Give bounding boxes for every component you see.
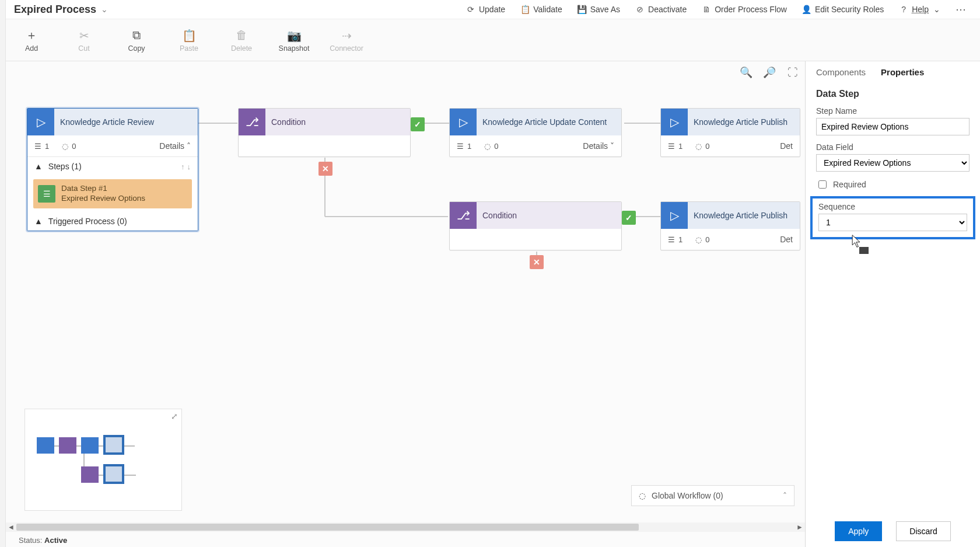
stage-update-content[interactable]: ▷ Knowledge Article Update Content ☰ 1 ◌… — [449, 108, 622, 157]
stage-icon: ▷ — [450, 109, 477, 135]
label: Copy — [128, 44, 145, 53]
condition-1[interactable]: ⎇ Condition — [238, 108, 411, 157]
move-down-icon[interactable]: ↓ — [187, 162, 191, 171]
cursor-shadow — [859, 247, 869, 254]
scroll-right-arrow[interactable]: ► — [794, 523, 805, 531]
paste-button[interactable]: 📋Paste — [172, 28, 206, 53]
condition-icon: ⎇ — [450, 202, 477, 229]
label: Order Process Flow — [715, 5, 787, 14]
sequence-label: Sequence — [818, 202, 967, 211]
help-icon: ? — [899, 5, 908, 14]
tab-components[interactable]: Components — [816, 67, 866, 79]
chevron-down-icon: ⌄ — [932, 5, 942, 14]
condition-2[interactable]: ⎇ Condition — [449, 201, 622, 250]
connector-button[interactable]: ⇢Connector — [329, 28, 364, 53]
sequence-highlight: Sequence 1 — [810, 196, 975, 239]
global-workflow-label: Global Workflow (0) — [652, 491, 723, 500]
data-step-title: Data Step #1 — [61, 184, 145, 194]
condition-icon: ⎇ — [239, 109, 265, 135]
pass-marker: ✓ — [622, 211, 636, 225]
order-flow-button[interactable]: 🗎Order Process Flow — [696, 2, 793, 16]
global-workflow-bar[interactable]: ◌ Global Workflow (0) ˄ — [631, 485, 794, 506]
clipboard-icon: 📋 — [520, 5, 530, 14]
update-button[interactable]: ⟳Update — [460, 2, 511, 16]
details-toggle[interactable]: Details ˄ — [159, 141, 191, 151]
tab-properties[interactable]: Properties — [881, 67, 924, 79]
minimap[interactable]: ⤢ — [24, 409, 182, 511]
details-toggle[interactable]: Det — [780, 235, 793, 244]
panel-section-title: Data Step — [816, 89, 970, 99]
page-title[interactable]: Expired Process — [14, 4, 96, 16]
delete-button[interactable]: 🗑Delete — [224, 28, 259, 53]
move-up-icon[interactable]: ↑ — [181, 162, 185, 171]
label: Cut — [78, 44, 89, 53]
details-toggle[interactable]: Details ˅ — [583, 141, 614, 151]
steps-count: ☰ 1 — [668, 142, 682, 151]
help-button[interactable]: ?Help⌄ — [893, 2, 947, 16]
triangle-icon: ▲ — [34, 162, 43, 171]
horizontal-scrollbar[interactable]: ◄ ► — [6, 522, 805, 532]
chevron-up-icon: ˄ — [783, 491, 787, 500]
scroll-thumb[interactable] — [16, 524, 639, 531]
expand-icon[interactable]: ⤢ — [171, 412, 178, 421]
label: Delete — [231, 44, 252, 53]
label: Help — [912, 5, 929, 14]
deactivate-icon: ⊘ — [635, 5, 645, 14]
apply-button[interactable]: Apply — [835, 521, 882, 541]
stage-publish-2[interactable]: ▷ Knowledge Article Publish ☰ 1 ◌ 0 Det — [660, 201, 800, 250]
save-as-button[interactable]: 💾Save As — [572, 2, 626, 16]
step-name-input[interactable] — [816, 118, 970, 135]
label: Validate — [533, 5, 562, 14]
label: Add — [25, 44, 38, 53]
validate-button[interactable]: 📋Validate — [514, 2, 568, 16]
document-icon: 🗎 — [702, 5, 711, 14]
stage-review[interactable]: ▷ Knowledge Article Review ☰ 1 ◌ 0 Detai… — [27, 108, 198, 231]
steps-count: ☰ 1 — [34, 142, 49, 151]
refresh-icon: ⟳ — [466, 5, 475, 14]
fail-marker: ✕ — [530, 255, 544, 269]
cut-icon: ✂ — [79, 28, 89, 43]
edit-security-button[interactable]: 👤Edit Security Roles — [796, 2, 890, 16]
pending-count: ◌ 0 — [695, 142, 709, 151]
details-toggle[interactable]: Det — [780, 141, 793, 151]
status-label: Status: — [19, 536, 42, 545]
label: Edit Security Roles — [815, 5, 884, 14]
plus-icon: ＋ — [26, 28, 37, 43]
copy-button[interactable]: ⧉Copy — [119, 28, 154, 53]
properties-panel: Components Properties Data Step Step Nam… — [805, 61, 980, 547]
steps-header[interactable]: ▲ Steps (1) ↑↓ — [27, 157, 198, 176]
pending-count: ◌ 0 — [62, 142, 76, 151]
triangle-icon: ▲ — [34, 217, 43, 226]
required-label: Required — [833, 180, 866, 189]
scroll-left-arrow[interactable]: ◄ — [6, 523, 16, 531]
paste-icon: 📋 — [182, 28, 197, 43]
add-button[interactable]: ＋Add — [14, 28, 49, 53]
cut-button[interactable]: ✂Cut — [66, 28, 102, 53]
stage-publish-1[interactable]: ▷ Knowledge Article Publish ☰ 1 ◌ 0 Det — [660, 108, 800, 157]
fail-marker: ✕ — [318, 162, 332, 176]
data-field-select[interactable]: Expired Review Options — [816, 154, 970, 172]
data-step-item[interactable]: ☰ Data Step #1 Expired Review Options — [33, 179, 192, 208]
pending-count: ◌ 0 — [695, 235, 709, 244]
deactivate-button[interactable]: ⊘Deactivate — [629, 2, 692, 16]
steps-header-label: Steps (1) — [48, 162, 82, 171]
stage-title: Knowledge Article Update Content — [477, 109, 621, 135]
data-field-label: Data Field — [816, 142, 970, 152]
copy-icon: ⧉ — [132, 28, 141, 43]
stage-icon: ▷ — [661, 202, 688, 229]
triggered-process-header[interactable]: ▲ Triggered Process (0) — [27, 212, 198, 231]
stage-title: Knowledge Article Publish — [688, 109, 800, 135]
condition-title: Condition — [477, 202, 621, 229]
sequence-select[interactable]: 1 — [818, 214, 967, 231]
label: Save As — [590, 5, 620, 14]
save-icon: 💾 — [578, 5, 587, 14]
label: Update — [479, 5, 505, 14]
condition-title: Condition — [265, 109, 410, 135]
status-bar: Status: Active — [19, 536, 67, 545]
chevron-down-icon[interactable]: ⌄ — [101, 5, 108, 14]
label: Connector — [330, 44, 363, 53]
snapshot-button[interactable]: 📷Snapshot — [276, 28, 312, 53]
discard-button[interactable]: Discard — [896, 521, 950, 541]
required-checkbox[interactable] — [818, 180, 827, 189]
more-actions[interactable]: ⋯ — [951, 3, 972, 16]
